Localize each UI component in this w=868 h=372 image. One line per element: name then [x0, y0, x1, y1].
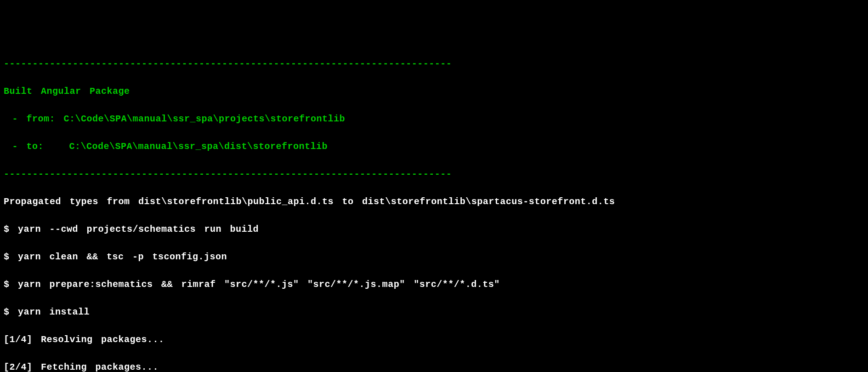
- step-fetching: [2/4] Fetching packages...: [4, 361, 864, 372]
- propagated-types: Propagated types from dist\storefrontlib…: [4, 195, 864, 209]
- built-package-title: Built Angular Package: [4, 85, 864, 98]
- step-resolving: [1/4] Resolving packages...: [4, 333, 864, 347]
- yarn-cmd-clean: $ yarn clean && tsc -p tsconfig.json: [4, 250, 864, 264]
- from-path: - from: C:\Code\SPA\manual\ssr_spa\proje…: [4, 112, 864, 126]
- yarn-cmd-install: $ yarn install: [4, 305, 864, 319]
- to-path: - to: C:\Code\SPA\manual\ssr_spa\dist\st…: [4, 140, 864, 154]
- yarn-cmd-schematics: $ yarn --cwd projects/schematics run bui…: [4, 223, 864, 236]
- separator-top: ----------------------------------------…: [4, 57, 864, 71]
- separator-bottom: ----------------------------------------…: [4, 167, 864, 181]
- yarn-cmd-prepare: $ yarn prepare:schematics && rimraf "src…: [4, 278, 864, 292]
